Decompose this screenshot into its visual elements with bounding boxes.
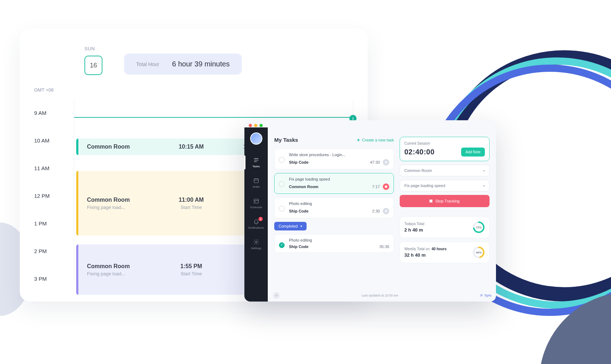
task-select[interactable]: Fix page loading speed ▾ [400, 180, 490, 191]
weekly-target: 40 hours [432, 247, 447, 251]
sidebar-item-label: Shifts [252, 185, 259, 188]
play-icon[interactable] [383, 159, 389, 165]
block-start: 10:15 AM [159, 144, 224, 150]
notification-badge: 2 [258, 217, 263, 221]
hour-label: 11 AM [34, 165, 74, 171]
block-room: Common Room [87, 263, 159, 270]
sidebar-item-schedule[interactable]: Schedule [244, 194, 268, 213]
window-controls[interactable] [249, 124, 263, 127]
svg-point-2 [255, 201, 256, 202]
total-label: Total Hour [136, 61, 159, 67]
day-selector[interactable]: SUN 16 [84, 46, 102, 75]
svg-point-3 [255, 241, 257, 243]
day-label: SUN [84, 46, 102, 51]
sidebar-item-tasks[interactable]: Tasks [244, 153, 268, 172]
timezone-label: GMT +08 [34, 87, 353, 93]
block-room: Common Room [87, 144, 159, 150]
task-item[interactable]: Fix page loading speed Common Room 7:17 [274, 173, 394, 194]
todays-total-box: Todays Total 2 h 40 m 72% [400, 216, 490, 238]
expand-icon[interactable]: » [273, 292, 280, 299]
weekly-total-label: Weekly Total on [404, 247, 429, 251]
maximize-icon[interactable] [259, 124, 263, 127]
task-select-value: Fix page loading speed [404, 183, 445, 188]
task-project: Common Room [289, 185, 318, 189]
chevron-down-icon: ▾ [300, 224, 302, 228]
progress-ring: 46% [473, 246, 485, 258]
last-updated-label: Last updated at 10:00 am [362, 294, 398, 297]
minimize-icon[interactable] [254, 124, 257, 127]
block-start: 1:55 PM [159, 263, 224, 270]
stop-tracking-button[interactable]: Stop Tracking [400, 195, 490, 207]
session-column: Current Session 02:40:00 Add Note Common… [400, 137, 490, 298]
sync-label: Sync [484, 294, 492, 297]
task-title: Photo editing [289, 201, 389, 206]
weekly-total-box: Weekly Total on 40 hours 32 h 40 m 46% [400, 242, 490, 263]
stop-icon[interactable] [383, 183, 389, 190]
todays-total-value: 2 h 40 m [404, 227, 424, 233]
add-note-button[interactable]: Add Note [461, 148, 485, 157]
sidebar-item-label: Notifications [248, 226, 264, 229]
block-accent [76, 139, 78, 155]
task-time: 7:17 [372, 185, 380, 189]
task-checkbox[interactable] [279, 206, 285, 211]
block-start-sub: Start Time [159, 271, 224, 276]
sidebar-item-settings[interactable]: Settings [244, 235, 268, 253]
sidebar-item-label: Settings [251, 247, 261, 250]
sidebar-item-shifts[interactable]: Shifts [244, 174, 268, 192]
task-title: Fix page loading speed [289, 177, 389, 181]
create-task-button[interactable]: + Create a new task [357, 137, 394, 143]
weekly-total-value: 32 h 40 m [404, 252, 446, 258]
task-time: 2:30 [372, 209, 380, 213]
hour-label: 1 PM [34, 220, 74, 227]
play-icon[interactable] [383, 208, 389, 214]
plus-icon: + [357, 137, 360, 143]
schedule-icon [253, 198, 259, 204]
task-project: Ship Code [289, 209, 308, 213]
task-item[interactable]: Photo editing Ship Code 2:30 [274, 197, 394, 218]
hour-label: 10 AM [34, 137, 74, 144]
session-time: 02:40:00 [404, 148, 435, 156]
chevron-down-icon: ▾ [483, 184, 485, 188]
svg-rect-0 [254, 179, 258, 183]
day-number: 16 [84, 56, 102, 75]
block-accent [76, 171, 78, 235]
block-start: 11:00 AM [159, 197, 224, 203]
stop-tracking-label: Stop Tracking [435, 199, 459, 203]
session-label: Current Session [404, 141, 485, 145]
block-start-sub: Start Time [159, 205, 224, 210]
task-project: Ship Code [289, 244, 308, 249]
task-checkbox[interactable] [279, 157, 285, 163]
task-checkbox[interactable] [279, 181, 285, 187]
gear-icon [253, 239, 259, 245]
now-indicator-line [74, 117, 353, 118]
completed-label: Completed [279, 224, 298, 228]
total-hours-pill: Total Hour 6 hour 39 minutes [124, 53, 242, 75]
block-subtitle: Fixing page load... [87, 205, 159, 210]
progress-pct: 72% [473, 221, 485, 233]
completed-toggle[interactable]: Completed ▾ [274, 222, 307, 230]
task-checkbox[interactable] [279, 242, 285, 248]
progress-pct: 46% [473, 246, 485, 258]
hour-label: 2 PM [34, 248, 74, 254]
tracker-window: Tasks Shifts Schedule 2 Notifications Se… [244, 120, 496, 302]
progress-ring: 72% [473, 221, 485, 233]
close-icon[interactable] [249, 124, 252, 127]
task-item[interactable]: Write store procedures - Login... Ship C… [274, 149, 394, 169]
sidebar: Tasks Shifts Schedule 2 Notifications Se… [244, 127, 268, 302]
hour-label: 3 PM [34, 276, 74, 282]
block-subtitle: Fixing page load... [87, 271, 159, 276]
avatar[interactable] [250, 132, 262, 145]
current-session-box: Current Session 02:40:00 Add Note [400, 137, 490, 161]
sidebar-item-notifications[interactable]: 2 Notifications [244, 215, 268, 233]
tasks-column: My Tasks + Create a new task Write store… [274, 137, 394, 298]
sync-button[interactable]: ⟳ Sync [480, 294, 492, 297]
project-select-value: Common Room [404, 168, 432, 173]
task-item[interactable]: Photo editing Ship Code 35:36 [274, 234, 394, 253]
project-select[interactable]: Common Room ▾ [400, 165, 490, 176]
total-value: 6 hour 39 minutes [172, 60, 230, 68]
svg-rect-1 [254, 199, 258, 203]
block-accent [76, 244, 78, 295]
task-time: 35:36 [379, 244, 389, 249]
tasks-icon [253, 157, 259, 163]
create-task-label: Create a new task [362, 138, 394, 142]
